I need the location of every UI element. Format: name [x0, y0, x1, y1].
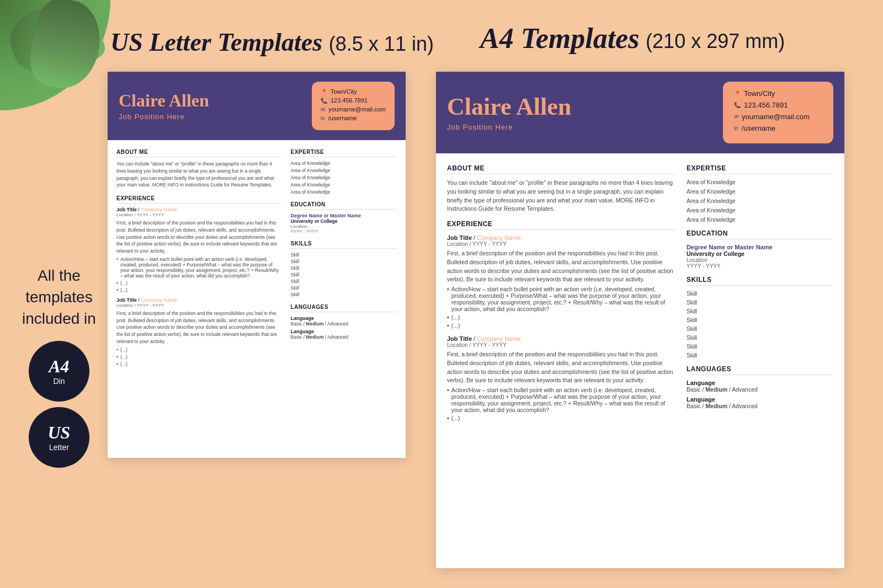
- us-candidate-name: Claire Allen: [119, 91, 312, 110]
- a4-about-title: ABOUT ME: [447, 164, 675, 174]
- a4-expertise-5: Area of Knowledge: [687, 216, 833, 223]
- a4-about-text: You can include "about me" or "profile" …: [447, 179, 675, 213]
- us-about-text: You can include "about me" or "profile" …: [116, 161, 281, 189]
- a4-job1-bullet1: • Action/How – start each bullet point w…: [447, 286, 675, 312]
- a4-skill-1: Skill: [687, 290, 833, 297]
- a4-header-left: Claire Allen Job Position Here: [447, 94, 723, 131]
- us-job1-desc: First, a brief description of the positi…: [116, 220, 281, 255]
- a4-lang2-level: Basic / Medium / Advanced: [687, 403, 833, 409]
- a4-skills-title: SKILLS: [687, 276, 833, 286]
- a4-skill-6: Skill: [687, 334, 833, 341]
- us-job-position: Job Position Here: [119, 113, 312, 121]
- us-expertise-1: Area of Knowledge: [290, 161, 397, 166]
- us-title-script: US Letter Templates: [110, 28, 322, 56]
- us-header-left: Claire Allen Job Position Here: [119, 91, 312, 121]
- a4-skill-4: Skill: [687, 317, 833, 323]
- us-lang1-name: Language: [290, 316, 397, 321]
- a4-badge-label: A4: [49, 356, 69, 377]
- us-education-title: EDUCATION: [290, 201, 397, 210]
- a4-contact-linkedin: in /username: [734, 124, 822, 132]
- a4-expertise-title: EXPERTISE: [687, 164, 833, 174]
- a4-contact-phone: 📞 123.456.7891: [734, 101, 822, 109]
- a4-contact-town: 📍 Town/City: [734, 89, 822, 98]
- us-languages-title: LANGUAGES: [290, 304, 397, 312]
- a4-lang1-level: Basic / Medium / Advanced: [687, 386, 833, 393]
- linkedin-icon: in: [321, 115, 325, 121]
- a4-job1-title: Job Title / Company Name: [447, 234, 675, 241]
- a4-expertise-2: Area of Knowledge: [687, 188, 833, 195]
- us-job1-bullet1: • Action/How – start each bullet point w…: [116, 256, 281, 279]
- us-job1-title: Job Title / Company Name: [116, 207, 281, 212]
- us-resume-left: ABOUT ME You can include "about me" or "…: [116, 149, 281, 367]
- a4-lang2-name: Language: [687, 396, 833, 403]
- us-contact-box: 📍 Town/City 📞 123.456.7891 ✉ yourname@ma…: [312, 82, 395, 130]
- us-skill-1: Skill: [290, 252, 397, 258]
- a4-job1-location: Location / YYYY - YYYY: [447, 241, 675, 247]
- a4-badge-sublabel: Din: [53, 377, 65, 386]
- a4-edu-years: YYYY - YYYY: [687, 263, 833, 269]
- us-skill-3: Skill: [290, 265, 397, 271]
- a4-edu-location: Location: [687, 257, 833, 263]
- a4-resume-body: ABOUT ME You can include "about me" or "…: [436, 153, 844, 432]
- us-expertise-3: Area of Knowledge: [290, 175, 397, 180]
- us-job1-bullet2: • (...): [116, 280, 281, 286]
- phone-icon: 📞: [321, 98, 327, 104]
- us-title-size: (8.5 x 11 in): [329, 33, 434, 55]
- a4-contact-box: 📍 Town/City 📞 123.456.7891 ✉ yourname@ma…: [723, 82, 833, 143]
- a4-contact-email: ✉ yourname@mail.com: [734, 113, 822, 121]
- us-skill-2: Skill: [290, 259, 397, 264]
- us-job2-bullet3: • (...): [116, 361, 281, 367]
- us-edu-school: University or College: [290, 218, 397, 224]
- a4-candidate-name: Claire Allen: [447, 94, 723, 120]
- a4-job1-bullet3: • (...): [447, 322, 675, 329]
- us-lang2-name: Language: [290, 329, 397, 334]
- a4-skill-5: Skill: [687, 325, 833, 332]
- us-contact-phone: 📞 123.456.7891: [321, 97, 386, 104]
- us-job1-bullet3: • (...): [116, 287, 281, 293]
- a4-expertise-4: Area of Knowledge: [687, 207, 833, 213]
- a4-resume-header: Claire Allen Job Position Here 📍 Town/Ci…: [436, 72, 844, 153]
- us-job2-bullet2: • (...): [116, 354, 281, 360]
- a4-email-icon: ✉: [734, 114, 738, 120]
- a4-title-script: A4 Templates: [480, 23, 639, 54]
- us-expertise-5: Area of Knowledge: [290, 189, 397, 195]
- us-lang1-level: Basic / Medium / Advanced: [290, 321, 397, 327]
- a4-skill-7: Skill: [687, 343, 833, 350]
- a4-resume-right: EXPERTISE Area of Knowledge Area of Know…: [687, 164, 833, 421]
- a4-job1-desc: First, a brief description of the positi…: [447, 249, 675, 284]
- us-letter-resume: Claire Allen Job Position Here 📍 Town/Ci…: [108, 72, 406, 458]
- location-icon: 📍: [321, 89, 327, 95]
- us-edu-years: YYYY - YYYY: [290, 229, 397, 234]
- a4-skill-8: Skill: [687, 352, 833, 359]
- a4-title-size: (210 x 297 mm): [646, 30, 785, 52]
- a4-job-position: Job Position Here: [447, 123, 723, 131]
- us-letter-title: US Letter Templates (8.5 x 11 in): [110, 28, 434, 57]
- a4-badge: A4 Din: [29, 341, 89, 402]
- us-contact-email: ✉ yourname@mail.com: [321, 106, 386, 113]
- us-about-title: ABOUT ME: [116, 149, 281, 157]
- us-expertise-title: EXPERTISE: [290, 149, 397, 157]
- a4-phone-icon: 📞: [734, 102, 741, 108]
- email-icon: ✉: [321, 106, 325, 113]
- us-resume-header: Claire Allen Job Position Here 📍 Town/Ci…: [108, 72, 406, 140]
- all-templates-text: All thetemplatesincluded in: [22, 265, 96, 330]
- us-badge-sublabel: Letter: [49, 443, 69, 452]
- a4-lang1-name: Language: [687, 379, 833, 386]
- a4-languages-title: LANGUAGES: [687, 365, 833, 375]
- a4-title: A4 Templates (210 x 297 mm): [480, 22, 785, 55]
- us-resume-right: EXPERTISE Area of Knowledge Area of Know…: [290, 149, 397, 367]
- a4-skill-2: Skill: [687, 299, 833, 306]
- us-badge: US Letter: [29, 407, 89, 468]
- a4-job2-bullet2: • (...): [447, 415, 675, 421]
- us-job2-title: Job Title / Company Name: [116, 297, 281, 303]
- us-contact-linkedin: in /username: [321, 115, 386, 121]
- a4-edu-degree: Degree Name or Master Name: [687, 244, 833, 250]
- us-resume-body: ABOUT ME You can include "about me" or "…: [108, 140, 406, 376]
- us-edu-location: Location: [290, 224, 397, 229]
- a4-resume-left: ABOUT ME You can include "about me" or "…: [447, 164, 675, 421]
- a4-job1-bullet2: • (...): [447, 314, 675, 320]
- a4-experience-title: EXPERIENCE: [447, 220, 675, 230]
- a4-education-title: EDUCATION: [687, 229, 833, 239]
- us-job2-bullet1: • (...): [116, 347, 281, 352]
- a4-resume: Claire Allen Job Position Here 📍 Town/Ci…: [436, 72, 844, 568]
